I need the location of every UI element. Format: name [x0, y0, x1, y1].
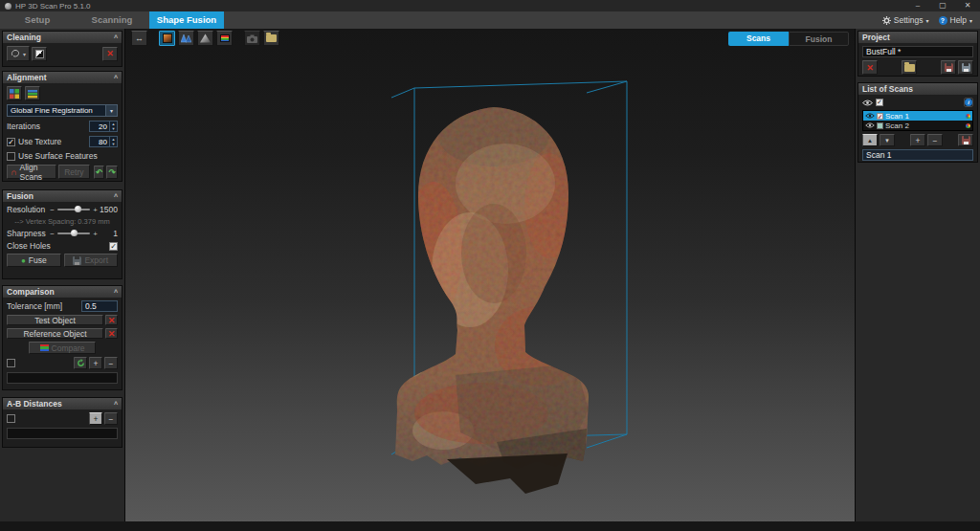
reference-object-button[interactable]: Reference Object — [7, 328, 103, 339]
sharpness-slider[interactable]: − + — [49, 230, 99, 238]
save-project-button[interactable] — [941, 60, 956, 75]
clear-reference-object-button[interactable]: ✕ — [105, 328, 118, 339]
use-surface-features-checkbox[interactable] — [7, 152, 15, 161]
delete-selection-button[interactable]: ✕ — [102, 47, 118, 61]
eye-icon[interactable] — [865, 113, 875, 119]
settings-menu[interactable]: Settings ▾ — [882, 15, 929, 25]
help-menu[interactable]: ? Help ▾ — [939, 15, 973, 25]
stepper-arrows[interactable]: ▲▼ — [109, 122, 117, 131]
tab-scanning[interactable]: Scanning — [75, 11, 149, 29]
texture-weight-stepper[interactable]: 80 ▲▼ — [89, 136, 118, 147]
slider-plus-icon[interactable]: + — [92, 230, 99, 238]
retry-button[interactable]: Retry — [58, 165, 89, 179]
move-scan-up-button[interactable]: ▲ — [862, 134, 878, 146]
scan-list-item-2[interactable]: Scan 2 — [863, 121, 972, 130]
tab-setup[interactable]: Setup — [0, 11, 75, 29]
test-object-button[interactable]: Test Object — [7, 315, 103, 325]
clear-test-object-button[interactable]: ✕ — [105, 315, 118, 325]
viewport-3d[interactable]: ↔ Scans Fusion — [125, 29, 855, 521]
registration-mode-select[interactable]: Global Fine Registration ▾ — [7, 104, 118, 117]
global-visibility-eye-icon[interactable] — [862, 100, 873, 106]
slider-minus-icon[interactable]: − — [49, 206, 56, 214]
comparison-result-field[interactable] — [7, 372, 118, 384]
refresh-comparison-button[interactable] — [74, 357, 87, 369]
fusion-panel-header[interactable]: Fusion ^ — [3, 190, 122, 202]
remove-distance-button[interactable]: − — [104, 412, 118, 425]
comparison-checkbox[interactable] — [7, 359, 15, 367]
save-project-as-button[interactable] — [958, 60, 973, 75]
close-holes-checkbox[interactable]: ✓ — [109, 242, 118, 251]
minimize-button[interactable]: – — [905, 0, 930, 11]
shaded-view-button[interactable] — [197, 31, 213, 46]
expand-toolbar-button[interactable]: ↔ — [131, 31, 147, 46]
scan-checkbox[interactable]: ✓ — [877, 113, 883, 120]
step-down-icon[interactable]: ▼ — [110, 126, 117, 131]
collapse-caret-icon[interactable]: ^ — [114, 401, 118, 408]
collapse-caret-icon[interactable]: ^ — [114, 289, 118, 296]
ab-distance-field[interactable] — [7, 428, 118, 439]
tolerance-input[interactable] — [81, 300, 118, 312]
collapse-caret-icon[interactable]: ^ — [114, 193, 118, 200]
close-project-button[interactable]: ✕ — [862, 60, 878, 75]
mesh-view-button[interactable] — [178, 31, 194, 46]
lasso-select-button[interactable]: ▾ — [7, 46, 30, 61]
add-comparison-button[interactable]: + — [89, 357, 102, 369]
project-panel-header[interactable]: Project — [858, 32, 977, 43]
stepper-arrows[interactable]: ▲▼ — [109, 137, 117, 146]
align-scans-button[interactable]: ∩ Align Scans — [7, 165, 56, 179]
iterations-stepper[interactable]: 20 ▲▼ — [89, 121, 118, 132]
resolution-slider-track[interactable] — [57, 209, 90, 210]
scans-toggle-button[interactable]: Scans — [728, 32, 789, 46]
resolution-slider[interactable]: − + — [49, 206, 99, 214]
open-project-button[interactable] — [902, 60, 917, 75]
open-folder-button[interactable] — [263, 31, 279, 46]
texture-view-button[interactable] — [159, 31, 175, 46]
ab-distances-panel-header[interactable]: A-B Distances ^ — [3, 398, 122, 409]
comparison-panel-header[interactable]: Comparison ^ — [3, 286, 122, 298]
scan-3d-scene[interactable] — [125, 29, 855, 521]
export-scan-button[interactable] — [958, 134, 973, 146]
close-button[interactable]: ✕ — [955, 0, 980, 11]
move-scan-down-button[interactable]: ▼ — [880, 134, 895, 146]
ab-checkbox[interactable] — [7, 414, 15, 423]
plane-cut-button[interactable] — [32, 47, 47, 61]
collapse-caret-icon[interactable]: ^ — [114, 75, 118, 81]
collapse-caret-icon[interactable]: ^ — [114, 34, 118, 41]
slider-plus-icon[interactable]: + — [92, 206, 99, 214]
compare-button[interactable]: Compare — [29, 342, 96, 354]
pairwise-view-button[interactable] — [7, 86, 22, 100]
scan-name-input[interactable] — [862, 149, 973, 161]
alignment-panel-header[interactable]: Alignment ^ — [3, 72, 122, 83]
scan-info-button[interactable]: i — [964, 98, 973, 107]
tab-shape-fusion[interactable]: Shape Fusion — [149, 11, 224, 29]
use-texture-checkbox[interactable]: ✓ — [7, 138, 15, 146]
add-scan-button[interactable]: + — [910, 134, 925, 146]
shaded-view-icon — [200, 33, 211, 43]
remove-scan-button[interactable]: − — [927, 134, 943, 146]
sharpness-slider-thumb[interactable] — [71, 230, 78, 236]
remove-comparison-button[interactable]: − — [104, 357, 118, 369]
tolerance-label: Tolerance [mm] — [7, 301, 62, 311]
maximize-button[interactable]: ▢ — [930, 0, 955, 11]
fusion-toggle-button[interactable]: Fusion — [789, 32, 849, 46]
global-scan-checkbox[interactable]: ✓ — [876, 99, 883, 106]
undo-button[interactable]: ↶ — [94, 166, 105, 179]
project-name-input[interactable] — [862, 46, 973, 57]
export-button[interactable]: Export — [64, 254, 119, 267]
scan-color-swatch[interactable] — [877, 122, 883, 129]
overlay-view-button[interactable] — [25, 86, 40, 100]
sharpness-slider-track[interactable] — [57, 232, 90, 234]
cleaning-panel-header[interactable]: Cleaning ^ — [3, 32, 122, 43]
right-sidebar: Project ✕ List of Scans ✓ i — [855, 29, 980, 521]
step-down-icon[interactable]: ▼ — [110, 142, 117, 146]
eye-icon[interactable] — [865, 122, 875, 128]
slider-minus-icon[interactable]: − — [49, 230, 56, 238]
list-of-scans-header[interactable]: List of Scans — [858, 83, 977, 95]
scan-list-item-1[interactable]: ✓ Scan 1 — [863, 111, 972, 121]
colormap-view-button[interactable] — [216, 31, 233, 46]
redo-button[interactable]: ↷ — [106, 166, 118, 179]
fuse-button[interactable]: ● Fuse — [7, 254, 61, 267]
screenshot-button[interactable] — [244, 31, 260, 46]
add-distance-button[interactable]: + — [89, 412, 102, 425]
resolution-slider-thumb[interactable] — [75, 206, 81, 212]
